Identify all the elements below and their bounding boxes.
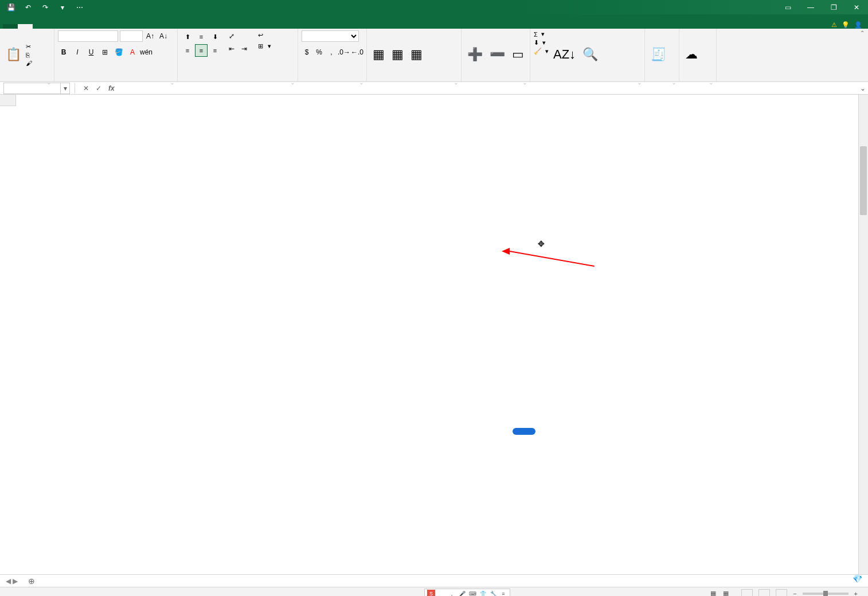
invoice-button[interactable]: 🧾 <box>648 30 668 79</box>
sheet-nav[interactable]: ◀ ▶ <box>0 577 24 585</box>
font-color-button[interactable]: A <box>127 46 138 58</box>
percent-icon[interactable]: % <box>314 46 324 58</box>
comma-icon[interactable]: , <box>326 46 337 58</box>
paste-button[interactable]: 📋 <box>3 30 24 79</box>
collapse-ribbon-icon[interactable]: ⌃ <box>860 30 865 36</box>
find-select-button[interactable]: 🔍 <box>580 30 600 79</box>
add-sheet-button[interactable]: ⊕ <box>24 576 40 586</box>
clear-button[interactable]: 🧹 ▾ <box>534 48 549 55</box>
ime-toolbar[interactable]: S , 🎤 ⌨ 👕 🔧 ≡ <box>424 589 510 597</box>
autosum-button[interactable]: Σ ▾ <box>534 30 549 38</box>
increase-font-icon[interactable]: A↑ <box>144 30 156 42</box>
save-icon[interactable]: 💾 <box>3 1 19 14</box>
close-icon[interactable]: ✕ <box>845 0 868 14</box>
warning-icon[interactable]: ⚠ <box>831 21 837 29</box>
tab-insert[interactable] <box>33 24 48 29</box>
horizontal-scrollbar[interactable] <box>43 577 865 585</box>
ime-lang[interactable] <box>437 590 445 597</box>
cut-button[interactable]: ✂ <box>26 43 34 50</box>
tab-file[interactable] <box>3 24 18 29</box>
fx-icon[interactable]: fx <box>105 84 118 92</box>
fill-color-button[interactable]: 🪣 <box>113 46 124 58</box>
zoom-slider[interactable] <box>803 593 849 595</box>
tab-formulas[interactable] <box>62 24 77 29</box>
conditional-format-button[interactable]: ▦ <box>370 30 387 79</box>
zoom-in-icon[interactable]: + <box>854 590 858 597</box>
page-layout-view-icon[interactable] <box>758 589 770 597</box>
decrease-indent-icon[interactable]: ⇤ <box>226 43 237 54</box>
expand-formula-bar-icon[interactable]: ⌄ <box>858 84 868 92</box>
select-all-corner[interactable] <box>0 95 16 106</box>
share-button[interactable]: 👤 <box>854 21 862 29</box>
spreadsheet-grid[interactable]: ✥ <box>0 95 868 574</box>
currency-icon[interactable]: $ <box>302 46 312 58</box>
ribbon-display-icon[interactable]: ▭ <box>776 0 799 14</box>
selection-stats: ▦ ▦ <box>703 590 736 596</box>
ime-keyboard-icon[interactable]: ⌨ <box>468 590 476 597</box>
increase-decimal-icon[interactable]: .0→ <box>338 46 350 58</box>
save-cloud-button[interactable]: ☁ <box>683 30 700 79</box>
tab-layout[interactable] <box>48 24 62 29</box>
tab-dev[interactable] <box>122 24 137 29</box>
align-bottom-icon[interactable]: ⬇ <box>209 30 221 43</box>
font-name-input[interactable] <box>58 30 118 42</box>
tab-wps[interactable] <box>152 24 167 29</box>
tab-baidu[interactable] <box>167 24 182 29</box>
redo-icon[interactable]: ↷ <box>37 1 53 14</box>
qat-customize-icon[interactable]: ⋯ <box>72 1 88 14</box>
ime-icon[interactable]: S <box>427 590 435 597</box>
wrap-text-button[interactable]: ↩ <box>256 30 273 40</box>
minimize-icon[interactable]: — <box>799 0 822 14</box>
font-size-input[interactable] <box>120 30 143 42</box>
vertical-scrollbar[interactable] <box>858 95 868 574</box>
restore-icon[interactable]: ❐ <box>822 0 845 14</box>
phonetic-button[interactable]: wén <box>140 46 152 58</box>
tell-me-search[interactable]: 💡 <box>842 21 850 29</box>
fill-button[interactable]: ⬇ ▾ <box>534 39 549 46</box>
scroll-thumb[interactable] <box>860 146 867 215</box>
cancel-formula-icon[interactable]: ✕ <box>80 84 92 92</box>
undo-icon[interactable]: ↶ <box>20 1 36 14</box>
align-right-icon[interactable]: ≡ <box>209 44 221 57</box>
increase-indent-icon[interactable]: ⇥ <box>238 43 250 54</box>
decrease-font-icon[interactable]: A↓ <box>158 30 169 42</box>
sort-filter-button[interactable]: AZ↓ <box>551 30 578 79</box>
group-save: ☁ <box>679 29 717 81</box>
border-button[interactable]: ⊞ <box>99 46 111 58</box>
format-cells-button[interactable]: ▭ <box>510 30 526 79</box>
tab-home[interactable] <box>18 24 33 29</box>
name-box[interactable] <box>3 83 61 94</box>
merge-center-button[interactable]: ⊞ ▾ <box>256 41 273 51</box>
cell-styles-button[interactable]: ▦ <box>408 30 425 79</box>
ime-menu-icon[interactable]: ≡ <box>499 590 507 597</box>
tab-pdf[interactable] <box>137 24 152 29</box>
align-left-icon[interactable]: ≡ <box>181 44 194 57</box>
decrease-decimal-icon[interactable]: ←.0 <box>351 46 363 58</box>
zoom-out-icon[interactable]: − <box>793 590 796 597</box>
italic-button[interactable]: I <box>72 46 83 58</box>
ime-tool-icon[interactable]: 🔧 <box>489 590 497 597</box>
tab-review[interactable] <box>92 24 107 29</box>
ime-mic-icon[interactable]: 🎤 <box>458 590 466 597</box>
ime-skin-icon[interactable]: 👕 <box>479 590 487 597</box>
insert-cells-button[interactable]: ➕ <box>465 30 485 79</box>
number-format-select[interactable] <box>302 30 359 42</box>
underline-button[interactable]: U <box>85 46 97 58</box>
page-break-view-icon[interactable] <box>776 589 787 597</box>
qat-more-icon[interactable]: ▾ <box>54 1 71 14</box>
name-box-dropdown-icon[interactable]: ▾ <box>61 83 70 94</box>
ime-punct-icon[interactable]: , <box>448 590 456 597</box>
align-center-icon[interactable]: ≡ <box>195 44 208 57</box>
copy-button[interactable]: ⎘ <box>26 52 34 59</box>
enter-formula-icon[interactable]: ✓ <box>92 84 105 92</box>
align-top-icon[interactable]: ⬆ <box>181 30 194 43</box>
orientation-icon[interactable]: ⤢ <box>226 30 237 42</box>
delete-cells-button[interactable]: ➖ <box>487 30 507 79</box>
tab-data[interactable] <box>77 24 92 29</box>
table-format-button[interactable]: ▦ <box>389 30 406 79</box>
normal-view-icon[interactable] <box>741 589 753 597</box>
align-middle-icon[interactable]: ≡ <box>195 30 208 43</box>
bold-button[interactable]: B <box>58 46 69 58</box>
painter-button[interactable]: 🖌 <box>26 60 34 67</box>
tab-view[interactable] <box>107 24 122 29</box>
